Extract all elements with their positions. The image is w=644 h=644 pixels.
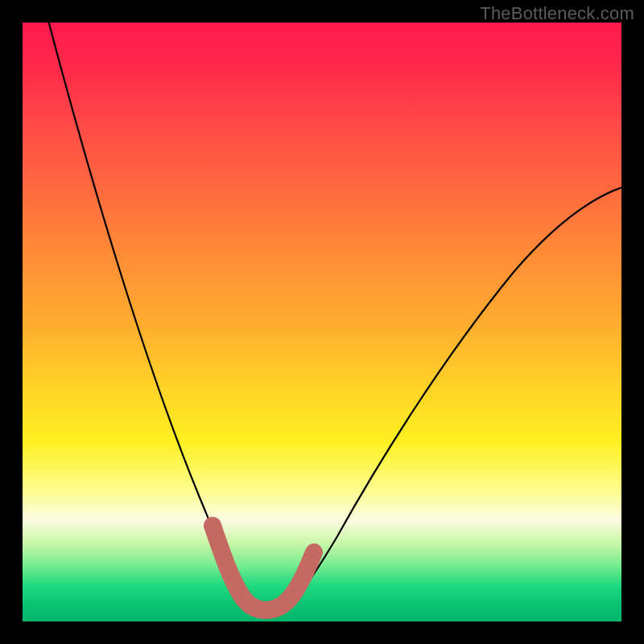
highlight-dot-mid-right	[295, 568, 310, 582]
plot-area	[23, 23, 621, 621]
highlight-dot-mid-left	[218, 550, 233, 564]
bottleneck-curve-left	[47, 14, 280, 611]
highlight-dot-start	[204, 518, 221, 534]
curve-svg	[23, 23, 621, 621]
highlight-dot-end	[306, 544, 322, 560]
outer-frame: TheBottleneck.com	[0, 0, 644, 644]
watermark-text: TheBottleneck.com	[480, 3, 634, 24]
bottleneck-curve-right	[280, 184, 634, 610]
bottleneck-highlight	[213, 526, 314, 610]
